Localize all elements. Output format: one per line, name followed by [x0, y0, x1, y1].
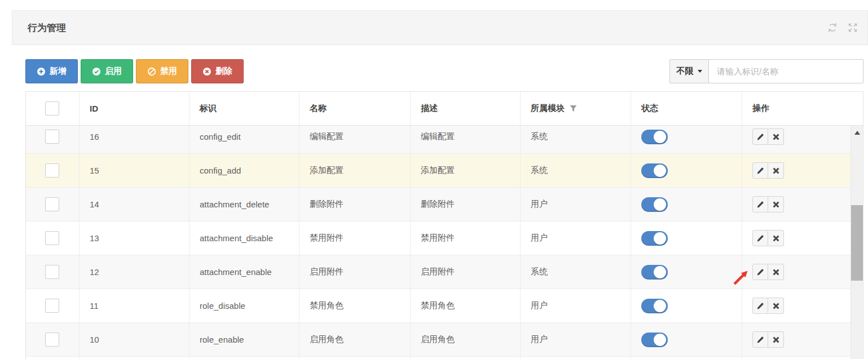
header-module: 所属模块	[521, 92, 631, 125]
select-all-checkbox[interactable]	[45, 101, 59, 116]
header-name: 名称	[299, 92, 411, 125]
table-body-viewport: 16 config_edit 编辑配置 编辑配置 系统 15 config_ad…	[26, 126, 851, 359]
edit-button[interactable]	[752, 196, 768, 212]
toggle-knob	[654, 334, 666, 346]
row-checkbox[interactable]	[45, 130, 59, 144]
pencil-icon	[756, 201, 764, 209]
delete-row-button[interactable]	[768, 128, 784, 145]
behavior-table: ID 标识 名称 描述 所属模块 状态 操作 16 config_edit	[25, 91, 863, 359]
cell-id: 16	[80, 126, 190, 153]
pencil-icon	[756, 336, 764, 344]
toggle-knob	[654, 232, 666, 245]
edit-button[interactable]	[752, 230, 768, 246]
cell-actions	[742, 188, 851, 221]
status-toggle[interactable]	[641, 333, 668, 347]
row-checkbox[interactable]	[45, 231, 59, 245]
status-toggle[interactable]	[641, 130, 668, 144]
caret-down-icon	[698, 70, 702, 73]
delete-row-button[interactable]	[768, 230, 784, 246]
cell-identifier: attachment_disable	[190, 221, 299, 255]
delete-button-label: 删除	[215, 66, 232, 77]
table-body-rows: 16 config_edit 编辑配置 编辑配置 系统 15 config_ad…	[26, 126, 851, 357]
table-row: 15 config_add 添加配置 添加配置 系统	[26, 154, 851, 188]
cell-description: 添加配置	[411, 154, 521, 187]
edit-button[interactable]	[752, 264, 768, 280]
cell-module: 用户	[521, 289, 631, 322]
cell-identifier: role_disable	[190, 289, 299, 322]
delete-button[interactable]: 删除	[191, 59, 244, 83]
cell-id: 10	[80, 323, 190, 356]
cell-status	[631, 289, 742, 322]
row-actions	[752, 264, 784, 280]
row-select-cell	[26, 289, 80, 322]
header-select-cell	[26, 92, 80, 125]
delete-row-button[interactable]	[768, 196, 784, 212]
x-icon	[772, 167, 780, 175]
edit-button[interactable]	[752, 128, 768, 145]
cell-module: 系统	[521, 255, 631, 289]
cell-id: 12	[80, 255, 190, 289]
table-row: 16 config_edit 编辑配置 编辑配置 系统	[26, 126, 851, 154]
pencil-icon	[756, 302, 764, 310]
cell-actions	[742, 126, 851, 153]
filter-funnel-icon[interactable]	[570, 105, 577, 112]
cell-description: 启用角色	[411, 323, 521, 356]
header-identifier: 标识	[190, 92, 299, 125]
cell-description: 启用附件	[411, 255, 521, 289]
status-toggle[interactable]	[641, 265, 668, 280]
header-id: ID	[80, 92, 190, 125]
refresh-icon[interactable]	[827, 22, 838, 33]
cell-module: 用户	[521, 323, 631, 356]
x-icon	[772, 234, 780, 242]
disable-button[interactable]: 禁用	[136, 59, 188, 83]
cell-status	[631, 154, 742, 187]
row-checkbox[interactable]	[45, 299, 59, 313]
cell-name: 禁用附件	[299, 221, 411, 255]
disable-button-label: 禁用	[160, 66, 177, 77]
delete-row-button[interactable]	[768, 162, 784, 179]
enable-button[interactable]: 启用	[81, 59, 133, 83]
table-row: 14 attachment_delete 删除附件 删除附件 用户	[26, 188, 851, 221]
table-row: 10 role_enable 启用角色 启用角色 用户	[26, 323, 851, 357]
edit-button[interactable]	[752, 162, 768, 179]
plus-circle-icon	[37, 67, 46, 76]
row-select-cell	[26, 126, 80, 153]
cell-name: 启用角色	[299, 323, 411, 356]
cell-actions	[742, 255, 851, 289]
scope-dropdown[interactable]: 不限	[669, 59, 709, 83]
status-toggle[interactable]	[641, 163, 668, 178]
status-toggle[interactable]	[641, 197, 668, 212]
row-actions	[752, 298, 784, 314]
row-checkbox[interactable]	[45, 265, 59, 279]
edit-button[interactable]	[752, 298, 768, 314]
pencil-icon	[756, 167, 764, 175]
cross-circle-icon	[202, 67, 212, 76]
delete-row-button[interactable]	[768, 298, 784, 314]
cell-id: 13	[80, 221, 190, 255]
fullscreen-icon[interactable]	[847, 22, 858, 33]
table-scrollbar[interactable]	[851, 126, 863, 359]
scroll-up-arrow-icon[interactable]	[854, 131, 860, 135]
delete-row-button[interactable]	[768, 331, 784, 348]
cell-name: 添加配置	[299, 154, 411, 187]
row-checkbox[interactable]	[45, 163, 59, 178]
status-toggle[interactable]	[641, 231, 668, 246]
cell-description: 删除附件	[411, 188, 521, 221]
toggle-knob	[654, 198, 666, 211]
delete-row-button[interactable]	[768, 264, 784, 280]
toggle-knob	[654, 131, 666, 143]
add-button[interactable]: 新增	[25, 59, 78, 83]
x-icon	[772, 336, 780, 344]
edit-button[interactable]	[752, 331, 768, 348]
toggle-knob	[654, 165, 666, 177]
row-select-cell	[26, 221, 80, 255]
search-group: 不限	[669, 59, 863, 83]
scope-dropdown-label: 不限	[677, 66, 694, 77]
row-checkbox[interactable]	[45, 197, 59, 211]
status-toggle[interactable]	[641, 299, 668, 313]
header-description: 描述	[411, 92, 521, 125]
search-input[interactable]	[709, 59, 863, 83]
row-checkbox[interactable]	[45, 333, 59, 347]
row-actions	[752, 128, 784, 145]
scrollbar-thumb[interactable]	[851, 205, 863, 281]
